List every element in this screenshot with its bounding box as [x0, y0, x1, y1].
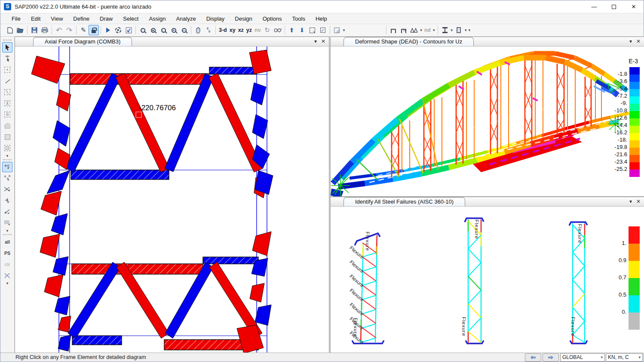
- snap-midpoints-button[interactable]: [2, 173, 12, 183]
- open-file-button[interactable]: [15, 25, 25, 35]
- zoom-previous-button[interactable]: ←: [158, 25, 169, 35]
- snap-perpendicular-button[interactable]: [2, 195, 12, 206]
- units-dropdown[interactable]: KN, m, C ▾: [606, 353, 643, 362]
- draw-poly-area-button[interactable]: [2, 121, 12, 131]
- draw-frame-button[interactable]: [2, 76, 12, 86]
- quick-draw-secondary-beams-button[interactable]: ☰: [2, 109, 12, 120]
- undo-button[interactable]: ↶: [54, 25, 64, 35]
- view-yz-button[interactable]: yz: [245, 27, 253, 33]
- view-nv-button[interactable]: nv: [253, 27, 262, 33]
- menu-help[interactable]: Help: [310, 14, 332, 23]
- redo-button[interactable]: ↷: [64, 25, 74, 35]
- zoom-out-button[interactable]: −: [179, 25, 189, 35]
- set-display-options-button[interactable]: ✓: [318, 25, 328, 35]
- quick-draw-braces-button[interactable]: ╳: [2, 98, 12, 108]
- quick-draw-area-button[interactable]: [2, 143, 12, 153]
- frame-portal-h-button[interactable]: [399, 25, 409, 35]
- axial-force-canvas[interactable]: -220.76706: [15, 46, 329, 353]
- new-model-button[interactable]: [5, 25, 15, 35]
- zoom-full-button[interactable]: ●: [148, 25, 158, 35]
- menu-analyze[interactable]: Analyze: [171, 14, 201, 23]
- draw-rect-area-button[interactable]: [2, 132, 12, 142]
- frame-dropdown-caret[interactable]: ▾: [432, 28, 436, 32]
- assign-dropdown-caret[interactable]: ▾: [342, 28, 346, 32]
- menu-select[interactable]: Select: [118, 14, 144, 23]
- move-down-list-button[interactable]: ⬇: [297, 25, 307, 35]
- reshape-object-button[interactable]: [2, 53, 12, 64]
- rotate-view-button[interactable]: ↻: [262, 25, 273, 35]
- ibeam-dropdown-caret[interactable]: ▾: [450, 28, 454, 32]
- get-previous-selection-button[interactable]: [307, 25, 318, 35]
- steel-panel-close[interactable]: ✕: [636, 198, 641, 204]
- deformed-panel-tab[interactable]: Deformed Shape (DEAD) - Contours for Uz: [343, 37, 474, 46]
- view-xy-button[interactable]: xy: [228, 27, 237, 33]
- save-button[interactable]: [29, 25, 40, 35]
- deformed-panel-close[interactable]: ✕: [636, 38, 641, 44]
- frame-portal-button[interactable]: [388, 25, 399, 35]
- maximize-button[interactable]: [604, 0, 624, 13]
- perspective-glasses-button[interactable]: [273, 25, 283, 35]
- menu-draw[interactable]: Draw: [95, 14, 118, 23]
- section-ibeam-button[interactable]: [440, 25, 450, 35]
- deformed-panel-header[interactable]: Deformed Shape (DEAD) - Contours for Uz …: [331, 37, 644, 46]
- more-dropdown-caret[interactable]: ▾: [468, 28, 472, 32]
- menu-assign[interactable]: Assign: [144, 14, 171, 23]
- menu-define[interactable]: Define: [68, 14, 95, 23]
- select-all-button[interactable]: all: [2, 237, 12, 247]
- menu-display[interactable]: Display: [201, 14, 230, 23]
- next-named-view-button[interactable]: ⇨: [543, 353, 559, 362]
- assign-to-group-button[interactable]: [332, 25, 342, 35]
- minimize-button[interactable]: —: [584, 0, 604, 13]
- menu-file[interactable]: File: [6, 14, 26, 23]
- rect-dropdown-caret[interactable]: ▾: [464, 28, 468, 32]
- snap-intersections-button[interactable]: [2, 184, 12, 195]
- steel-panel-tab[interactable]: Identify All Steel Failures (AISC 360-10…: [343, 197, 465, 206]
- coordinate-system-dropdown[interactable]: GLOBAL ▾: [560, 353, 605, 362]
- move-up-list-button[interactable]: ⬆: [287, 25, 297, 35]
- run-now-button[interactable]: [113, 25, 123, 35]
- view-3d-button[interactable]: 3-d: [218, 27, 228, 33]
- refresh-window-button[interactable]: ✎: [78, 25, 89, 35]
- menu-view[interactable]: View: [46, 14, 68, 23]
- menu-tools[interactable]: Tools: [287, 14, 310, 23]
- truss-dropdown-caret[interactable]: ▾: [419, 28, 423, 32]
- snap-lines-button[interactable]: [2, 207, 12, 217]
- close-button[interactable]: ✕: [624, 0, 644, 13]
- steel-panel-caret[interactable]: ▾: [629, 198, 632, 204]
- get-previous-selection-rail-button[interactable]: PS: [2, 248, 12, 258]
- walkthrough-button[interactable]: [203, 25, 214, 35]
- pointer-select-button[interactable]: [2, 42, 12, 53]
- deformed-panel-caret[interactable]: ▾: [629, 38, 632, 44]
- axial-panel-tab[interactable]: Axial Force Diagram (COMB3): [33, 37, 132, 46]
- menu-design[interactable]: Design: [230, 14, 257, 23]
- run-analysis-button[interactable]: [103, 25, 113, 35]
- pan-button[interactable]: [193, 25, 203, 35]
- axial-panel-caret[interactable]: ▾: [314, 38, 317, 44]
- snap-points-button[interactable]: [2, 162, 12, 172]
- zoom-window-button[interactable]: ▫: [138, 25, 148, 35]
- quick-draw-frame-button[interactable]: ╲: [2, 87, 12, 97]
- steel-failures-canvas[interactable]: Flexure Flexure Flexure Flexure Flexure …: [331, 207, 644, 353]
- deselect-button[interactable]: [2, 270, 12, 281]
- show-undeformed-button[interactable]: [123, 25, 134, 35]
- zoom-in-button[interactable]: +: [169, 25, 179, 35]
- axial-panel-header[interactable]: Axial Force Diagram (COMB3) ▾ ✕: [15, 37, 329, 46]
- previous-named-view-button[interactable]: ⇦: [525, 353, 541, 362]
- steel-panel-header[interactable]: Identify All Steel Failures (AISC 360-10…: [331, 197, 644, 207]
- axial-panel-close[interactable]: ✕: [321, 38, 325, 44]
- toolbar-grip[interactable]: [3, 40, 12, 40]
- lock-model-button[interactable]: [89, 25, 99, 35]
- menu-edit[interactable]: Edit: [26, 14, 46, 23]
- draw-point-button[interactable]: •: [2, 65, 12, 75]
- toolbar-grip[interactable]: [3, 234, 12, 235]
- print-button[interactable]: [40, 25, 50, 35]
- deformed-shape-canvas[interactable]: E-3 -1.8-3.6-5.4-7.2-9.-10.8-12.6-14.4-1…: [331, 46, 644, 196]
- menu-options[interactable]: Options: [258, 14, 287, 23]
- draw-more-caret[interactable]: ▾: [6, 154, 9, 158]
- clear-selection-button[interactable]: clr: [2, 259, 12, 269]
- snap-grid-button[interactable]: [2, 218, 12, 228]
- frame-truss-button[interactable]: [409, 25, 419, 35]
- select-more-caret[interactable]: ▾: [6, 281, 9, 285]
- toolbar-grip[interactable]: [3, 159, 12, 160]
- view-xz-button[interactable]: xz: [237, 27, 245, 33]
